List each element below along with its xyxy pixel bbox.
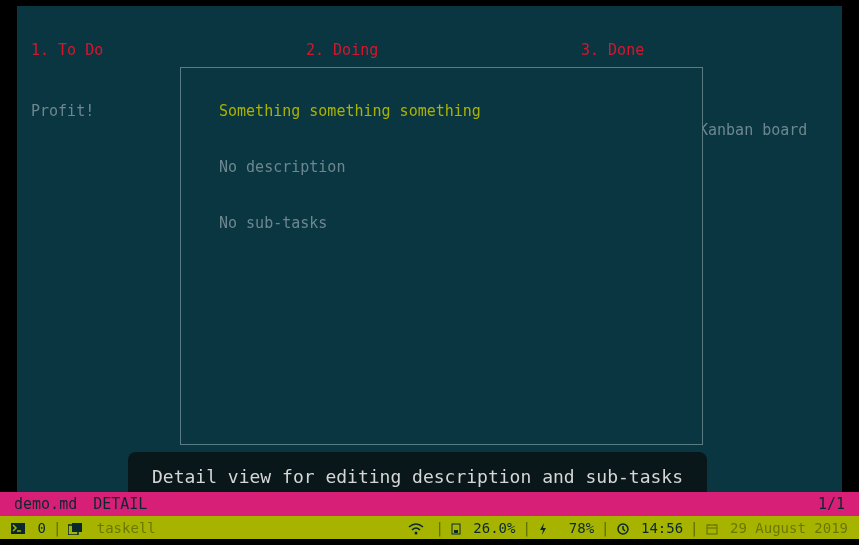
window-icon bbox=[68, 523, 84, 535]
session-name: taskell bbox=[97, 520, 156, 536]
partial-card-text: Kanban board bbox=[699, 121, 807, 139]
cpu-indicator: 26.0% bbox=[444, 520, 523, 536]
clock-icon bbox=[617, 523, 629, 535]
column-header: 2. Doing bbox=[306, 41, 553, 59]
battery-indicator: 78% bbox=[531, 520, 601, 536]
svg-point-4 bbox=[415, 531, 418, 534]
task-subtasks[interactable]: No sub-tasks bbox=[219, 214, 664, 232]
tmux-status-bar: 0 | taskell | 26.0% | 78% | 14:56 | 29 A… bbox=[0, 516, 859, 539]
app-status-bar: demo.md DETAIL 1/1 bbox=[0, 492, 859, 516]
filename: demo.md bbox=[14, 495, 77, 513]
bolt-icon bbox=[538, 523, 548, 535]
task-description[interactable]: No description bbox=[219, 158, 664, 176]
date-indicator: 29 August 2019 bbox=[699, 520, 855, 536]
calendar-icon bbox=[706, 523, 718, 535]
svg-rect-8 bbox=[707, 525, 717, 534]
mode-indicator: DETAIL bbox=[93, 495, 147, 513]
wifi-icon bbox=[408, 523, 424, 535]
separator: | bbox=[53, 520, 61, 536]
terminal-window: 1. To Do Profit! 2. Doing 3. Done l Kanb… bbox=[17, 6, 842, 506]
column-header: 3. Done bbox=[581, 41, 828, 59]
terminal-icon: 0 bbox=[4, 520, 53, 536]
separator: | bbox=[690, 520, 698, 536]
separator: | bbox=[435, 520, 443, 536]
window-list: taskell bbox=[61, 520, 162, 536]
separator: | bbox=[522, 520, 530, 536]
svg-rect-6 bbox=[454, 530, 458, 533]
separator: | bbox=[601, 520, 609, 536]
svg-rect-3 bbox=[72, 523, 82, 532]
cpu-icon bbox=[451, 523, 461, 535]
detail-modal[interactable]: Something something something No descrip… bbox=[180, 67, 703, 445]
column-header: 1. To Do bbox=[31, 41, 278, 59]
position-indicator: 1/1 bbox=[818, 495, 845, 513]
svg-rect-0 bbox=[11, 523, 25, 534]
task-title[interactable]: Something something something bbox=[219, 102, 664, 120]
time-indicator: 14:56 bbox=[610, 520, 691, 536]
wifi-indicator bbox=[401, 520, 435, 536]
